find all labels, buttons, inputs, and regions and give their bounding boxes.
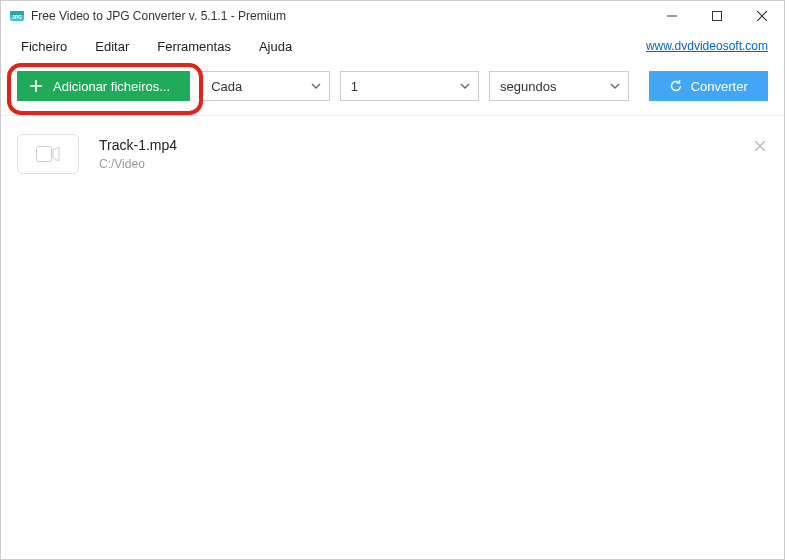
close-icon xyxy=(755,141,765,151)
svg-text:JPG: JPG xyxy=(12,14,22,20)
file-name: Track-1.mp4 xyxy=(99,137,177,153)
titlebar: JPG Free Video to JPG Converter v. 5.1.1… xyxy=(1,1,784,31)
svg-line-6 xyxy=(757,11,767,21)
svg-marker-10 xyxy=(53,147,59,161)
video-thumbnail xyxy=(17,134,79,174)
menu-tools[interactable]: Ferramentas xyxy=(153,35,243,58)
menu-edit[interactable]: Editar xyxy=(91,35,141,58)
menu-file[interactable]: Ficheiro xyxy=(17,35,79,58)
convert-button[interactable]: Converter xyxy=(649,71,768,101)
video-icon xyxy=(36,146,60,162)
remove-file-button[interactable] xyxy=(752,138,768,154)
convert-label: Converter xyxy=(691,79,748,94)
menu-help[interactable]: Ajuda xyxy=(255,35,304,58)
menubar: Ficheiro Editar Ferramentas Ajuda www.dv… xyxy=(1,31,784,61)
svg-rect-4 xyxy=(712,12,721,21)
vendor-link[interactable]: www.dvdvideosoft.com xyxy=(646,39,768,53)
mode-select[interactable]: Cada xyxy=(200,71,329,101)
minimize-button[interactable] xyxy=(649,1,694,31)
mode-select-value: Cada xyxy=(211,79,242,94)
svg-rect-9 xyxy=(37,147,52,162)
count-select[interactable]: 1 xyxy=(340,71,479,101)
chevron-down-icon xyxy=(311,81,321,91)
add-files-label: Adicionar ficheiros... xyxy=(53,79,170,94)
add-files-button[interactable]: Adicionar ficheiros... xyxy=(17,71,190,101)
refresh-icon xyxy=(669,79,683,93)
close-button[interactable] xyxy=(739,1,784,31)
chevron-down-icon xyxy=(460,81,470,91)
window-title: Free Video to JPG Converter v. 5.1.1 - P… xyxy=(31,9,649,23)
unit-select[interactable]: segundos xyxy=(489,71,628,101)
file-meta: Track-1.mp4 C:/Video xyxy=(99,137,177,171)
maximize-button[interactable] xyxy=(694,1,739,31)
chevron-down-icon xyxy=(610,81,620,91)
svg-line-5 xyxy=(757,11,767,21)
toolbar-area: Adicionar ficheiros... Cada 1 segundos xyxy=(1,61,784,116)
file-path: C:/Video xyxy=(99,157,177,171)
file-list: Track-1.mp4 C:/Video xyxy=(1,116,784,559)
file-item[interactable]: Track-1.mp4 C:/Video xyxy=(1,128,784,180)
count-select-value: 1 xyxy=(351,79,358,94)
window-controls xyxy=(649,1,784,31)
unit-select-value: segundos xyxy=(500,79,556,94)
plus-icon xyxy=(29,79,43,93)
app-logo-icon: JPG xyxy=(9,8,25,24)
